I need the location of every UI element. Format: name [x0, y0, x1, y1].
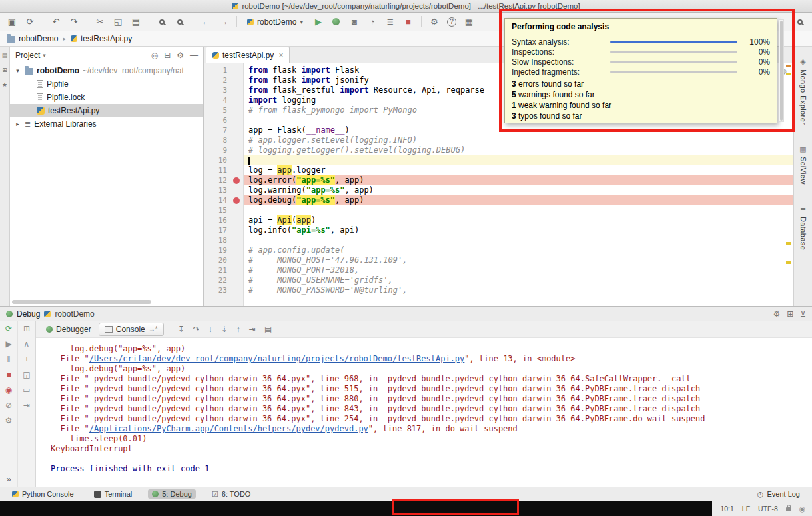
- run-configuration-selector[interactable]: robotDemo▾: [244, 17, 306, 27]
- pin-tab-icon[interactable]: ⊼: [24, 339, 30, 349]
- scroll-to-end-icon[interactable]: ⇥: [23, 401, 30, 410]
- code-line[interactable]: # MONGO_USERNAME='gridfs',: [244, 275, 793, 285]
- run-coverage-icon[interactable]: ◙: [349, 16, 360, 28]
- code-line[interactable]: log.error("app=%s", app): [244, 175, 793, 185]
- concurrency-diagram-icon[interactable]: ≣: [385, 16, 396, 28]
- settings-icon[interactable]: ⚙: [773, 309, 780, 319]
- gutter-line[interactable]: 20: [204, 255, 243, 265]
- tree-item-pipfile[interactable]: Pipfile: [10, 77, 203, 91]
- clear-output-icon[interactable]: ▭: [23, 385, 30, 395]
- gutter-line[interactable]: 4: [204, 95, 243, 105]
- replace-icon[interactable]: [175, 16, 185, 28]
- step-out-icon[interactable]: ↑: [236, 325, 240, 334]
- scrollbar-thumb[interactable]: [780, 21, 783, 121]
- tab-debugger[interactable]: Debugger: [40, 323, 97, 336]
- gutter-line[interactable]: 6: [204, 115, 243, 125]
- project-structure-icon[interactable]: ▦: [464, 16, 474, 28]
- gutter-line[interactable]: 23: [204, 285, 243, 295]
- highlighting-level-icon[interactable]: ◉: [799, 505, 805, 513]
- cut-icon[interactable]: ✂: [95, 16, 105, 28]
- undo-icon[interactable]: ↶: [51, 16, 61, 28]
- collapse-all-icon[interactable]: ⊟: [164, 51, 171, 60]
- file-encoding[interactable]: UTF-8: [758, 505, 778, 513]
- view-threads-icon[interactable]: ▤: [264, 325, 272, 334]
- gutter-line[interactable]: 11: [204, 165, 243, 175]
- more-options-icon[interactable]: »: [6, 474, 11, 483]
- scrollbar-thumb[interactable]: [12, 300, 151, 304]
- resume-icon[interactable]: ▶: [5, 339, 11, 349]
- line-separator[interactable]: LF: [742, 505, 750, 513]
- code-line[interactable]: # MONGO_HOST='47.96.131.109',: [244, 255, 793, 265]
- editor-scrollbar[interactable]: [779, 19, 784, 122]
- code-line[interactable]: api = Api(app): [244, 215, 793, 225]
- forward-icon[interactable]: →: [218, 16, 229, 28]
- save-all-icon[interactable]: ▣: [7, 16, 17, 28]
- gutter-line[interactable]: 14: [204, 195, 243, 205]
- gutter-line[interactable]: 5: [204, 105, 243, 115]
- horizontal-scrollbar[interactable]: [10, 299, 203, 306]
- tree-item-pipfile-lock[interactable]: Pipfile.lock: [10, 91, 203, 104]
- error-stripe-mark[interactable]: [786, 261, 791, 264]
- stop-icon[interactable]: ■: [6, 370, 11, 379]
- code-line[interactable]: app = Flask(__name__): [244, 125, 793, 135]
- gutter-line[interactable]: 16: [204, 215, 243, 225]
- gutter-line[interactable]: 19: [204, 245, 243, 255]
- hide-icon[interactable]: ⊻: [800, 309, 806, 319]
- error-stripe-mark[interactable]: [786, 65, 791, 67]
- copy-output-icon[interactable]: ◱: [23, 370, 30, 379]
- gutter-line[interactable]: 17: [204, 225, 243, 235]
- settings-icon[interactable]: ⚙: [177, 51, 184, 60]
- gutter-line[interactable]: 9: [204, 145, 243, 155]
- tool-tab-database[interactable]: ≣Database: [799, 205, 807, 250]
- error-stripe-mark[interactable]: [786, 242, 791, 245]
- code-line[interactable]: [244, 205, 793, 215]
- mute-breakpoints-icon[interactable]: ⊘: [5, 401, 12, 410]
- settings-icon[interactable]: ⚙: [5, 416, 13, 425]
- code-line[interactable]: log = app.logger: [244, 165, 793, 175]
- tool-button-python-console[interactable]: Python Console: [8, 489, 78, 499]
- rerun-icon[interactable]: ⟳: [5, 324, 12, 333]
- tree-item-external-libraries[interactable]: ▸≣External Libraries: [10, 117, 203, 131]
- search-everywhere-icon[interactable]: [795, 16, 805, 28]
- code-line[interactable]: [244, 235, 793, 245]
- gutter-line[interactable]: 18: [204, 235, 243, 245]
- settings-icon[interactable]: ⚙: [429, 16, 440, 28]
- debug-icon[interactable]: [331, 16, 342, 28]
- tool-button-event-log[interactable]: ◷Event Log: [753, 489, 804, 499]
- caret-position[interactable]: 10:1: [720, 505, 733, 513]
- gutter-line[interactable]: 15: [204, 205, 243, 215]
- debug-console-output[interactable]: log.debug("app=%s", app) File "/Users/cr…: [36, 338, 812, 487]
- run-icon[interactable]: ▶: [313, 16, 324, 28]
- back-icon[interactable]: ←: [201, 16, 211, 28]
- tree-item-robotdemo[interactable]: ▾robotDemo ~/dev/dev_root/company/nat: [10, 64, 203, 77]
- code-line[interactable]: [244, 155, 793, 165]
- gutter-line[interactable]: 8: [204, 135, 243, 145]
- locate-file-icon[interactable]: ◎: [151, 51, 158, 60]
- code-line[interactable]: # MONGO_PORT=32018,: [244, 265, 793, 275]
- code-line[interactable]: # logging.getLogger().setLevel(logging.D…: [244, 145, 793, 155]
- step-into-my-code-icon[interactable]: ⇣: [221, 325, 228, 334]
- view-breakpoints-icon[interactable]: ◉: [5, 385, 12, 395]
- breakpoint-icon[interactable]: [233, 177, 240, 184]
- structure-stripe-icon[interactable]: ⊞: [2, 67, 7, 73]
- project-stripe-icon[interactable]: ▤: [2, 52, 8, 59]
- help-icon[interactable]: ?: [447, 17, 456, 27]
- new-console-icon[interactable]: +: [24, 355, 29, 364]
- gutter-line[interactable]: 12: [204, 175, 243, 185]
- run-to-cursor-icon[interactable]: ⇥: [249, 325, 256, 334]
- redo-icon[interactable]: ↷: [69, 16, 79, 28]
- console-file-link[interactable]: /Applications/PyCharm.app/Contents/helpe…: [89, 424, 368, 433]
- find-icon[interactable]: [157, 16, 167, 28]
- project-view-selector[interactable]: Project ▾: [15, 51, 46, 60]
- tool-button-terminal[interactable]: Terminal: [90, 489, 137, 499]
- tool-button-5-debug[interactable]: 5: Debug: [148, 489, 196, 499]
- gutter-line[interactable]: 1: [204, 65, 243, 75]
- gutter-line[interactable]: 13: [204, 185, 243, 195]
- gutter-line[interactable]: 22: [204, 275, 243, 285]
- gutter-line[interactable]: 7: [204, 125, 243, 135]
- tool-button-6-todo[interactable]: ☑6: TODO: [208, 489, 254, 499]
- code-line[interactable]: # MONGO_PASSWORD='N@turling',: [244, 285, 793, 295]
- console-file-link[interactable]: /Users/crifan/dev/dev_root/company/natur…: [89, 354, 465, 363]
- close-icon[interactable]: ×: [278, 51, 283, 60]
- code-line[interactable]: log.info("api=%s", api): [244, 225, 793, 235]
